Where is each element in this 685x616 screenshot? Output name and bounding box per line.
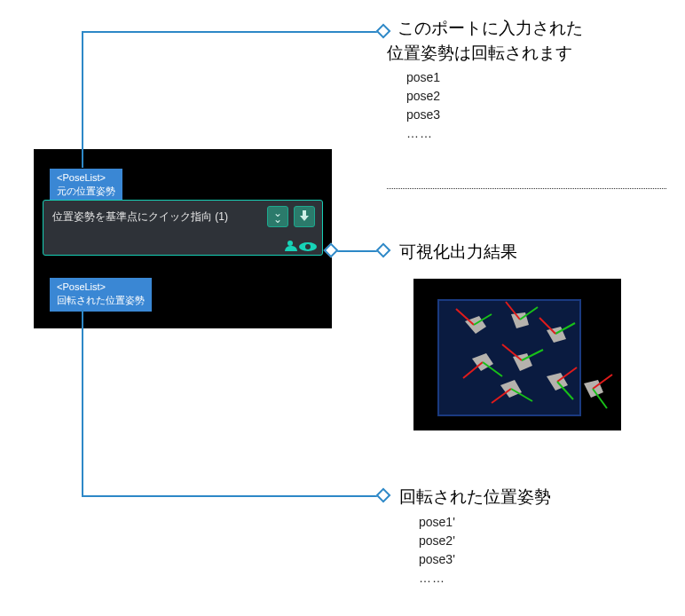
callout-input-item: pose3	[406, 106, 583, 124]
callout-output: 回転された位置姿勢 pose1' pose2' pose3' ……	[399, 485, 551, 588]
callout-input-title-line1: このポートに入力された	[387, 16, 583, 41]
eye-icon	[299, 241, 317, 251]
arrow-down-icon	[300, 210, 309, 223]
step-run-button[interactable]	[294, 206, 315, 227]
output-port-chip[interactable]: <PoseList> 回転された位置姿勢	[50, 278, 152, 312]
callout-viz: 可視化出力結果	[399, 240, 517, 265]
connector-line	[82, 310, 83, 497]
callout-viz-title: 可視化出力結果	[399, 240, 517, 265]
visualization-preview	[413, 279, 621, 430]
chevrons-down-icon: ⌄⌄	[273, 210, 282, 222]
expand-button[interactable]: ⌄⌄	[267, 206, 288, 227]
input-port-chip[interactable]: <PoseList> 元の位置姿勢	[50, 169, 122, 202]
callout-output-item: pose3'	[419, 550, 551, 569]
dotted-separator	[387, 188, 666, 189]
connector-line	[82, 31, 83, 168]
callout-input-item: ……	[406, 124, 583, 143]
callout-input-item: pose1	[406, 68, 583, 87]
output-port-label: 回転された位置姿勢	[57, 294, 145, 307]
callout-output-item: ……	[419, 569, 551, 588]
connector-line	[82, 495, 382, 497]
node-body[interactable]: 位置姿勢を基準点にクイック指向 (1) ⌄⌄	[43, 200, 323, 256]
node-editor-panel: <PoseList> 元の位置姿勢 位置姿勢を基準点にクイック指向 (1) ⌄⌄…	[34, 149, 332, 328]
node-title: 位置姿勢を基準点にクイック指向 (1)	[52, 209, 228, 225]
person-icon	[285, 241, 297, 251]
callout-input-item: pose2	[406, 87, 583, 106]
input-port-type: <PoseList>	[57, 171, 115, 185]
connector-end-diamond	[376, 243, 391, 258]
visualize-toggle[interactable]	[285, 241, 317, 251]
connector-line	[82, 31, 382, 33]
callout-output-item: pose2'	[419, 532, 551, 550]
output-port-type: <PoseList>	[57, 280, 145, 294]
callout-output-item: pose1'	[419, 513, 551, 532]
input-port-label: 元の位置姿勢	[57, 185, 115, 198]
callout-input: このポートに入力された 位置姿勢は回転されます pose1 pose2 pose…	[387, 16, 583, 143]
callout-output-title: 回転された位置姿勢	[399, 485, 551, 509]
svg-rect-0	[438, 300, 580, 415]
callout-input-title-line2: 位置姿勢は回転されます	[387, 41, 583, 66]
connector-end-diamond	[376, 488, 391, 503]
